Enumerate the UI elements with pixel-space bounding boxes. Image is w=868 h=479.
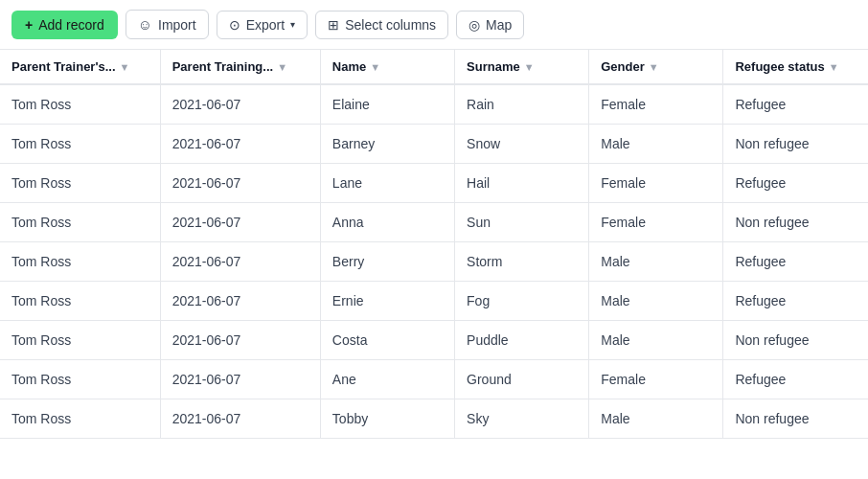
cell-training: 2021-06-07 — [160, 360, 320, 399]
table-row: Tom Ross2021-06-07BerryStormMaleRefugee — [0, 242, 868, 282]
cell-trainer: Tom Ross — [0, 84, 160, 125]
import-icon: ☺ — [138, 16, 152, 33]
cell-name: Ane — [320, 360, 454, 399]
cell-name: Barney — [320, 125, 454, 164]
cell-trainer: Tom Ross — [0, 125, 160, 164]
cell-surname: Rain — [455, 84, 589, 125]
cell-training: 2021-06-07 — [160, 242, 320, 282]
cell-surname: Hail — [455, 164, 589, 203]
import-button[interactable]: ☺ Import — [126, 10, 209, 39]
col-header-training: Parent Training... ▼ — [160, 50, 320, 84]
cell-refugee: Non refugee — [723, 203, 868, 242]
cell-training: 2021-06-07 — [160, 84, 320, 125]
cell-gender: Male — [589, 242, 723, 282]
map-icon: ◎ — [468, 17, 480, 33]
cell-surname: Sky — [455, 399, 589, 439]
cell-surname: Ground — [455, 360, 589, 399]
cell-gender: Female — [589, 164, 723, 203]
cell-name: Elaine — [320, 84, 454, 125]
cell-surname: Puddle — [455, 321, 589, 360]
cell-gender: Female — [589, 203, 723, 242]
cell-gender: Male — [589, 399, 723, 439]
cell-refugee: Non refugee — [723, 321, 868, 360]
cell-trainer: Tom Ross — [0, 164, 160, 203]
table-row: Tom Ross2021-06-07AnnaSunFemaleNon refug… — [0, 203, 868, 242]
table-row: Tom Ross2021-06-07TobbySkyMaleNon refuge… — [0, 399, 868, 439]
cell-gender: Female — [589, 360, 723, 399]
cell-gender: Male — [589, 321, 723, 360]
col-header-gender: Gender ▼ — [589, 50, 723, 84]
cell-refugee: Non refugee — [723, 399, 868, 439]
cell-surname: Fog — [455, 282, 589, 321]
cell-trainer: Tom Ross — [0, 282, 160, 321]
table-row: Tom Ross2021-06-07ErnieFogMaleRefugee — [0, 282, 868, 321]
data-table: Parent Trainer's... ▼ Parent Training...… — [0, 50, 868, 439]
cell-trainer: Tom Ross — [0, 203, 160, 242]
cell-name: Anna — [320, 203, 454, 242]
cell-surname: Sun — [455, 203, 589, 242]
cell-surname: Storm — [455, 242, 589, 282]
cell-refugee: Refugee — [723, 84, 868, 125]
col-header-trainer: Parent Trainer's... ▼ — [0, 50, 160, 84]
select-columns-icon: ⊞ — [328, 17, 339, 33]
add-record-label: Add record — [38, 17, 103, 33]
table-row: Tom Ross2021-06-07ElaineRainFemaleRefuge… — [0, 84, 868, 125]
cell-training: 2021-06-07 — [160, 125, 320, 164]
export-button[interactable]: ⊙ Export ▾ — [217, 11, 308, 39]
table-header-row: Parent Trainer's... ▼ Parent Training...… — [0, 50, 868, 84]
col-header-refugee: Refugee status ▼ — [723, 50, 868, 84]
cell-gender: Female — [589, 84, 723, 125]
filter-icon-gender[interactable]: ▼ — [649, 61, 659, 73]
cell-training: 2021-06-07 — [160, 282, 320, 321]
cell-training: 2021-06-07 — [160, 164, 320, 203]
table-row: Tom Ross2021-06-07LaneHailFemaleRefugee — [0, 164, 868, 203]
col-header-surname: Surname ▼ — [455, 50, 589, 84]
cell-refugee: Refugee — [723, 164, 868, 203]
cell-refugee: Refugee — [723, 360, 868, 399]
table-row: Tom Ross2021-06-07BarneySnowMaleNon refu… — [0, 125, 868, 164]
cell-training: 2021-06-07 — [160, 399, 320, 439]
plus-icon: + — [25, 17, 33, 33]
cell-trainer: Tom Ross — [0, 242, 160, 282]
cell-refugee: Non refugee — [723, 125, 868, 164]
export-icon: ⊙ — [229, 17, 240, 33]
cell-name: Berry — [320, 242, 454, 282]
export-label: Export — [246, 17, 285, 33]
cell-gender: Male — [589, 282, 723, 321]
cell-trainer: Tom Ross — [0, 399, 160, 439]
cell-name: Costa — [320, 321, 454, 360]
cell-name: Tobby — [320, 399, 454, 439]
filter-icon-training[interactable]: ▼ — [277, 61, 287, 73]
cell-trainer: Tom Ross — [0, 321, 160, 360]
cell-trainer: Tom Ross — [0, 360, 160, 399]
select-columns-button[interactable]: ⊞ Select columns — [315, 11, 448, 39]
cell-name: Ernie — [320, 282, 454, 321]
map-label: Map — [486, 17, 512, 33]
toolbar: + Add record ☺ Import ⊙ Export ▾ ⊞ Selec… — [0, 0, 868, 50]
cell-refugee: Refugee — [723, 242, 868, 282]
chevron-down-icon: ▾ — [290, 19, 295, 30]
col-header-name: Name ▼ — [320, 50, 454, 84]
cell-refugee: Refugee — [723, 282, 868, 321]
cell-training: 2021-06-07 — [160, 321, 320, 360]
filter-icon-name[interactable]: ▼ — [370, 61, 380, 73]
filter-icon-refugee[interactable]: ▼ — [829, 61, 839, 73]
select-columns-label: Select columns — [345, 17, 436, 33]
map-button[interactable]: ◎ Map — [456, 11, 524, 39]
filter-icon-surname[interactable]: ▼ — [524, 61, 535, 73]
filter-icon-trainer[interactable]: ▼ — [120, 61, 130, 73]
import-label: Import — [158, 17, 196, 33]
add-record-button[interactable]: + Add record — [11, 11, 118, 39]
table-row: Tom Ross2021-06-07CostaPuddleMaleNon ref… — [0, 321, 868, 360]
cell-name: Lane — [320, 164, 454, 203]
cell-surname: Snow — [455, 125, 589, 164]
cell-gender: Male — [589, 125, 723, 164]
cell-training: 2021-06-07 — [160, 203, 320, 242]
table-row: Tom Ross2021-06-07AneGroundFemaleRefugee — [0, 360, 868, 399]
